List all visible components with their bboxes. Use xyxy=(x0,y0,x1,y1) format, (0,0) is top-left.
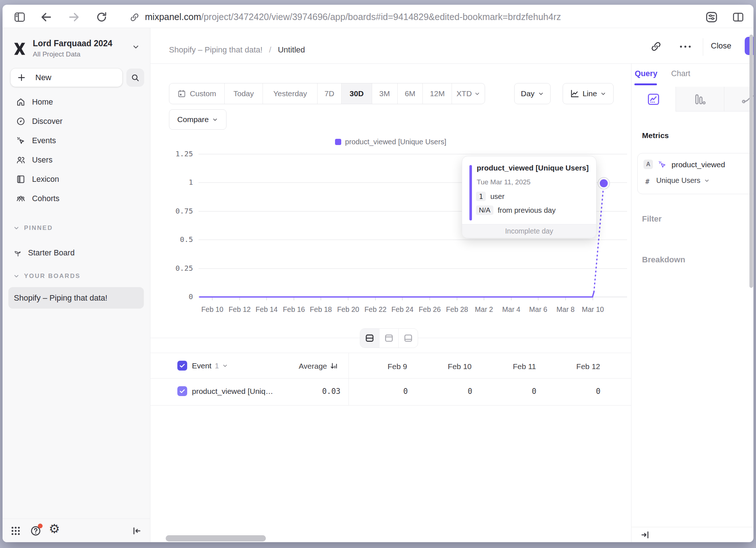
check-icon xyxy=(179,388,186,395)
range-label: Today xyxy=(233,89,254,98)
browser-sidebar-toggle-icon[interactable] xyxy=(13,11,26,23)
filter-section-label[interactable]: Filter xyxy=(642,214,662,224)
sidebar-item-active-board[interactable]: Shopify – Piping that data! xyxy=(8,287,144,309)
range-12m[interactable]: 12M xyxy=(423,83,452,104)
tooltip-delta-row: N/A from previous day xyxy=(476,206,556,215)
horizontal-scrollbar-thumb[interactable] xyxy=(166,535,266,541)
range-custom[interactable]: Custom xyxy=(169,83,225,104)
range-today[interactable]: Today xyxy=(225,83,263,104)
sidebar-footer-divider xyxy=(3,518,150,519)
y-tick-label: 1.25 xyxy=(146,149,193,158)
range-7d[interactable]: 7D xyxy=(318,83,342,104)
sidebar-item-starter-board[interactable]: Starter Board xyxy=(9,244,144,262)
apps-grid-icon[interactable] xyxy=(10,525,21,536)
range-xtd[interactable]: XTD xyxy=(452,83,485,104)
tab-query[interactable]: Query xyxy=(635,69,657,78)
your-boards-section-header[interactable]: YOUR BOARDS xyxy=(13,273,80,280)
range-yesterday[interactable]: Yesterday xyxy=(263,83,318,104)
layout-split-button-active[interactable] xyxy=(360,329,379,348)
metric-card[interactable]: A product_viewed # Unique Users xyxy=(637,153,753,194)
new-button[interactable]: New xyxy=(11,68,122,87)
table-row-border xyxy=(150,405,631,406)
date-column-header[interactable]: Feb 11 xyxy=(485,362,536,371)
close-button[interactable]: Close xyxy=(711,41,731,51)
project-chevron-down-icon[interactable] xyxy=(132,43,140,51)
row-checkbox[interactable] xyxy=(177,386,187,396)
project-name[interactable]: Lord Farquaad 2024 xyxy=(33,39,113,48)
layout-top-icon xyxy=(384,333,394,343)
sidebar-item-cohorts[interactable]: Cohorts xyxy=(9,190,144,207)
row-event-name[interactable]: product_viewed [Uniq… xyxy=(192,387,273,396)
more-options-icon[interactable] xyxy=(677,42,694,51)
range-label: 6M xyxy=(405,89,415,98)
chart-legend[interactable]: product_viewed [Unique Users] xyxy=(150,138,631,146)
back-icon[interactable] xyxy=(40,11,52,23)
collapse-sidebar-icon[interactable] xyxy=(132,526,142,536)
split-view-icon[interactable] xyxy=(732,11,744,23)
tooltip-value-unit: user xyxy=(490,192,504,201)
search-button[interactable] xyxy=(126,68,144,87)
tooltip-value: 1 xyxy=(476,192,486,201)
date-column-header[interactable]: Feb 12 xyxy=(549,362,600,371)
range-label: Yesterday xyxy=(273,89,307,98)
chart-type-dropdown[interactable]: Line xyxy=(563,83,614,104)
metric-type-divider xyxy=(676,87,676,111)
chevron-down-icon xyxy=(600,91,606,97)
mixpanel-logo[interactable] xyxy=(13,41,26,56)
metric-aggregation-dropdown[interactable]: Unique Users xyxy=(656,176,710,185)
event-column-header[interactable]: Event 1 xyxy=(192,361,228,370)
date-column-header[interactable]: Feb 10 xyxy=(421,362,472,371)
home-icon xyxy=(16,97,25,107)
gear-icon[interactable]: ⚙ xyxy=(49,522,60,535)
average-label: Average xyxy=(299,362,327,371)
layout-chart-only-button[interactable] xyxy=(379,329,399,348)
select-all-checkbox[interactable] xyxy=(177,361,187,371)
browser-window: mixpanel.com/project/3472420/view/397469… xyxy=(3,5,753,542)
granularity-dropdown[interactable]: Day xyxy=(514,83,551,104)
reload-icon[interactable] xyxy=(95,11,108,23)
tab-chart[interactable]: Chart xyxy=(671,69,690,78)
insights-tab-icon[interactable] xyxy=(647,93,660,106)
metric-letter-chip: A xyxy=(643,160,653,169)
metric-event-name[interactable]: product_viewed xyxy=(672,160,725,169)
breadcrumb-separator: / xyxy=(269,45,271,55)
pinned-label: PINNED xyxy=(24,224,53,232)
range-30d-active[interactable]: 30D xyxy=(342,83,372,104)
range-6m[interactable]: 6M xyxy=(398,83,423,104)
active-board-label: Shopify – Piping that data! xyxy=(14,293,107,303)
metric-aggregation-label: Unique Users xyxy=(656,176,700,185)
event-cursor-icon xyxy=(658,160,667,169)
url-bar[interactable]: mixpanel.com/project/3472420/view/397469… xyxy=(145,12,561,22)
sidebar-item-events[interactable]: Events xyxy=(9,132,144,149)
tooltip-date: Tue Mar 11, 2025 xyxy=(477,178,531,186)
new-button-label: New xyxy=(35,73,51,82)
average-column-header[interactable]: Average xyxy=(269,361,339,371)
copy-link-icon[interactable] xyxy=(650,41,662,52)
data-point-hovered[interactable] xyxy=(600,179,608,187)
layout-table-only-button[interactable] xyxy=(399,329,418,348)
vertical-scrollbar-thumb[interactable] xyxy=(749,35,753,288)
table-top-border xyxy=(150,353,631,353)
chart-type-label: Line xyxy=(583,89,597,98)
range-3m[interactable]: 3M xyxy=(372,83,398,104)
breadcrumb-board[interactable]: Shopify – Piping that data! xyxy=(169,45,263,55)
forward-icon[interactable] xyxy=(68,11,80,23)
page-settings-icon[interactable] xyxy=(705,11,718,24)
sidebar-item-label: Cohorts xyxy=(32,194,59,203)
metric-type-bottom-border xyxy=(676,111,753,111)
breakdown-section-label[interactable]: Breakdown xyxy=(642,255,685,265)
collapse-panel-icon[interactable] xyxy=(640,530,650,540)
sidebar-item-lexicon[interactable]: Lexicon xyxy=(9,171,144,188)
compare-button[interactable]: Compare xyxy=(169,109,227,130)
date-column-header[interactable]: Feb 9 xyxy=(356,362,407,371)
funnels-tab-icon[interactable] xyxy=(693,93,706,106)
y-tick-label: 0.75 xyxy=(146,207,193,215)
sidebar-item-users[interactable]: Users xyxy=(9,151,144,169)
pinned-section-header[interactable]: PINNED xyxy=(13,224,53,232)
sidebar-item-label: Events xyxy=(32,136,56,145)
sidebar-item-home[interactable]: Home xyxy=(9,93,144,111)
sidebar-item-discover[interactable]: Discover xyxy=(9,113,144,130)
breadcrumb-page-title[interactable]: Untitled xyxy=(278,45,305,55)
lexicon-book-icon xyxy=(16,175,25,184)
chevron-down-icon xyxy=(474,91,480,97)
